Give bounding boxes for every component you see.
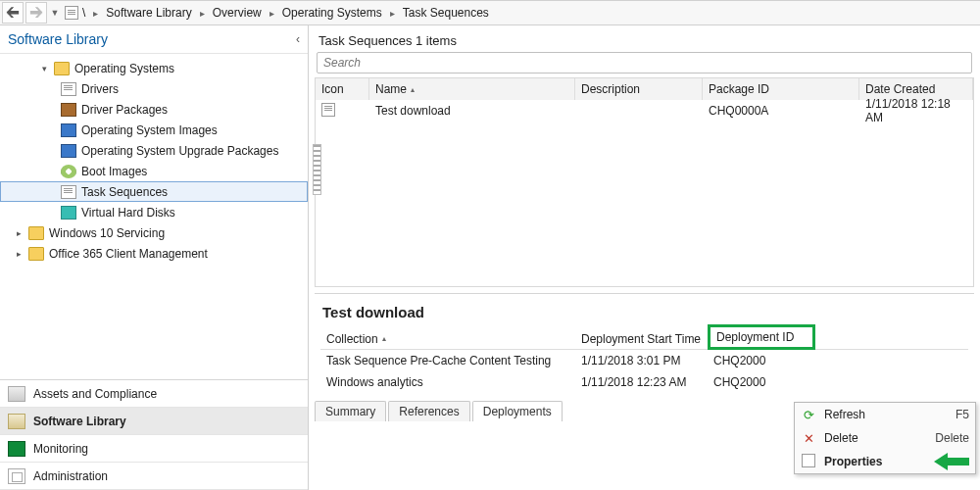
- nav-label: Monitoring: [33, 442, 88, 456]
- menu-label: Properties: [824, 455, 882, 468]
- highlight-arrow-icon: [930, 455, 969, 468]
- tree-label: Driver Packages: [81, 103, 168, 117]
- nav-label: Software Library: [33, 415, 126, 428]
- crumb-root[interactable]: \: [82, 6, 85, 20]
- tree-task-sequences[interactable]: Task Sequences: [0, 181, 308, 202]
- tree-label: Task Sequences: [81, 185, 168, 199]
- assets-icon: [8, 386, 25, 402]
- content-header: Task Sequences 1 items: [309, 25, 980, 52]
- tree-windows10-servicing[interactable]: ▸ Windows 10 Servicing: [0, 222, 308, 243]
- history-dropdown[interactable]: ▼: [49, 2, 61, 24]
- column-deployment-id[interactable]: Deployment ID: [708, 324, 815, 350]
- expand-toggle-icon[interactable]: ▸: [14, 228, 24, 238]
- boot-image-icon: [61, 165, 76, 178]
- crumb-software-library[interactable]: Software Library: [106, 6, 191, 20]
- delete-icon: ✕: [801, 431, 816, 446]
- sidebar-title: Software Library ‹: [0, 25, 308, 54]
- forward-button[interactable]: 🡲: [25, 2, 47, 24]
- monitoring-icon: [8, 441, 25, 457]
- cell-collection: Task Sequence Pre-Cache Content Testing: [320, 354, 575, 368]
- cell-start: 1/11/2018 12:23 AM: [575, 375, 708, 389]
- tree-office365[interactable]: ▸ Office 365 Client Management: [0, 243, 308, 264]
- nav-assets-compliance[interactable]: Assets and Compliance: [0, 380, 308, 408]
- cell-deployment-id: CHQ2000: [708, 375, 815, 389]
- menu-shortcut: F5: [956, 408, 969, 421]
- nav-administration[interactable]: Administration: [0, 463, 308, 490]
- menu-refresh[interactable]: ⟳ Refresh F5: [795, 403, 975, 426]
- nav-label: Administration: [33, 469, 108, 483]
- cell-package-id: CHQ0000A: [703, 104, 859, 118]
- task-sequence-icon: [321, 103, 335, 117]
- expand-toggle-icon[interactable]: ▸: [14, 249, 24, 259]
- detail-pane: Test download Collection▴ Deployment Sta…: [315, 293, 974, 393]
- column-icon[interactable]: Icon: [316, 78, 369, 100]
- tree-driver-packages[interactable]: Driver Packages: [0, 99, 308, 120]
- tree-label: Operating System Images: [81, 123, 218, 137]
- nav-label: Assets and Compliance: [33, 387, 157, 401]
- crumb-overview[interactable]: Overview: [213, 6, 262, 20]
- table-row[interactable]: Test download CHQ0000A 1/11/2018 12:18 A…: [316, 100, 973, 122]
- properties-icon: [801, 454, 816, 470]
- nav-monitoring[interactable]: Monitoring: [0, 435, 308, 463]
- table-row[interactable]: Windows analytics 1/11/2018 12:23 AM CHQ…: [320, 371, 968, 393]
- task-sequences-grid: Icon Name▴ Description Package ID Date C…: [315, 77, 974, 287]
- detail-title: Test download: [320, 300, 968, 328]
- navigation-tree: ▾ Operating Systems Drivers Driver Packa…: [0, 54, 308, 379]
- tree-label: Virtual Hard Disks: [81, 206, 175, 220]
- tab-summary[interactable]: Summary: [315, 401, 386, 421]
- tree-operating-systems[interactable]: ▾ Operating Systems: [0, 58, 308, 78]
- column-name[interactable]: Name▴: [369, 78, 575, 100]
- chevron-right-icon: ▸: [386, 8, 399, 19]
- crumb-operating-systems[interactable]: Operating Systems: [282, 6, 382, 20]
- task-sequence-icon: [61, 185, 76, 199]
- library-icon: [8, 414, 25, 429]
- tree-boot-images[interactable]: Boot Images: [0, 161, 308, 181]
- collapse-toggle-icon[interactable]: ▾: [39, 64, 49, 74]
- splitter-handle[interactable]: [313, 144, 321, 195]
- tab-deployments[interactable]: Deployments: [472, 401, 563, 421]
- context-menu: ⟳ Refresh F5 ✕ Delete Delete Properties: [794, 402, 976, 474]
- column-description[interactable]: Description: [575, 78, 703, 100]
- tree-label: Windows 10 Servicing: [49, 226, 165, 240]
- column-deployment-start[interactable]: Deployment Start Time: [575, 332, 708, 346]
- tree-label: Office 365 Client Management: [49, 247, 208, 261]
- sort-asc-icon: ▴: [382, 334, 386, 343]
- folder-icon: [54, 62, 70, 75]
- search-input[interactable]: [317, 52, 972, 74]
- vhd-icon: [61, 206, 76, 220]
- os-image-icon: [61, 123, 76, 137]
- admin-icon: [8, 468, 25, 484]
- chevron-right-icon: ▸: [266, 8, 278, 19]
- back-button[interactable]: 🡰: [2, 2, 24, 24]
- menu-delete[interactable]: ✕ Delete Delete: [795, 426, 975, 450]
- crumb-task-sequences[interactable]: Task Sequences: [403, 6, 489, 20]
- cell-start: 1/11/2018 3:01 PM: [575, 354, 708, 368]
- column-package-id[interactable]: Package ID: [703, 78, 859, 100]
- tree-label: Boot Images: [81, 165, 147, 178]
- menu-properties[interactable]: Properties: [795, 450, 975, 473]
- cell-date-created: 1/11/2018 12:18 AM: [859, 97, 973, 124]
- breadcrumb: \ ▸ Software Library ▸ Overview ▸ Operat…: [78, 6, 489, 20]
- menu-label: Refresh: [824, 408, 865, 421]
- folder-icon: [28, 226, 44, 240]
- nav-software-library[interactable]: Software Library: [0, 408, 308, 435]
- tree-drivers[interactable]: Drivers: [0, 78, 308, 99]
- sidebar: Software Library ‹ ▾ Operating Systems D…: [0, 25, 309, 490]
- tree-label: Drivers: [81, 82, 119, 96]
- tree-os-upgrade-packages[interactable]: Operating System Upgrade Packages: [0, 140, 308, 161]
- chevron-right-icon: ▸: [89, 8, 102, 19]
- menu-label: Delete: [824, 431, 858, 445]
- package-icon: [61, 103, 76, 117]
- workspace-nav: Assets and Compliance Software Library M…: [0, 379, 308, 490]
- column-collection[interactable]: Collection▴: [320, 332, 575, 346]
- collapse-icon[interactable]: ‹: [296, 32, 300, 46]
- location-icon: [65, 6, 78, 20]
- table-row[interactable]: Task Sequence Pre-Cache Content Testing …: [320, 350, 968, 371]
- tree-os-images[interactable]: Operating System Images: [0, 120, 308, 140]
- content-pane: Task Sequences 1 items Icon Name▴ Descri…: [309, 25, 980, 490]
- cell-collection: Windows analytics: [320, 375, 575, 389]
- tree-virtual-hard-disks[interactable]: Virtual Hard Disks: [0, 202, 308, 222]
- tab-references[interactable]: References: [388, 401, 469, 421]
- drivers-icon: [61, 82, 76, 96]
- sort-asc-icon: ▴: [411, 85, 415, 94]
